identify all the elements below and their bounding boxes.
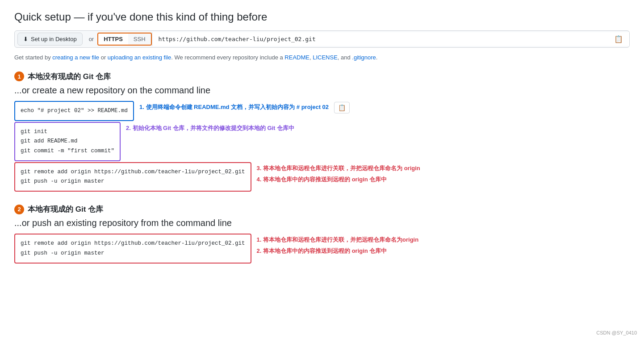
- annotation2: 2. 初始化本地 Git 仓库，并将文件的修改提交到本地的 Git 仓库中: [126, 124, 294, 133]
- annotation-group3: 3. 将本地仓库和远程仓库进行关联，并把远程仓库命名为 origin 4. 将本…: [257, 162, 420, 184]
- annotation-group2: 2. 初始化本地 Git 仓库，并将文件的修改提交到本地的 Git 仓库中: [126, 122, 294, 133]
- section1-code-row2: git init git add README.md git commit -m…: [14, 122, 630, 161]
- section2-header: 2 本地有现成的 Git 仓库: [14, 204, 630, 214]
- annotation1: 1. 使用终端命令创建 README.md 文档，并写入初始内容为 # proj…: [139, 103, 329, 112]
- section2-number: 2: [14, 205, 24, 214]
- section2-subtitle: ...or push an existing repository from t…: [14, 218, 630, 228]
- section2-annotation1: 1. 将本地仓库和远程仓库进行关联，并把远程仓库命名为origin: [257, 235, 419, 245]
- annotation3: 3. 将本地仓库和远程仓库进行关联，并把远程仓库命名为 origin: [257, 164, 420, 173]
- section1-number: 1: [14, 71, 24, 81]
- protocol-tabs: HTTPS SSH: [97, 33, 151, 46]
- section-existing-repo: 2 本地有现成的 Git 仓库 ...or push an existing r…: [14, 204, 630, 264]
- intro-before-link1: Get started by: [14, 54, 52, 61]
- intro-text: Get started by creating a new file or up…: [14, 53, 630, 63]
- copy-section1-button[interactable]: 📋: [334, 102, 350, 113]
- period: .: [376, 54, 378, 61]
- annotation-group1: 1. 使用终端命令创建 README.md 文档，并写入初始内容为 # proj…: [139, 101, 329, 112]
- page-title: Quick setup — if you've done this kind o…: [14, 11, 630, 23]
- upload-file-link[interactable]: uploading an existing file: [108, 54, 171, 61]
- license-link[interactable]: LICENSE: [313, 54, 338, 61]
- section2-code-row: git remote add origin https://github.com…: [14, 234, 630, 264]
- create-new-file-link[interactable]: creating a new file: [52, 54, 99, 61]
- section1-code-row3: git remote add origin https://github.com…: [14, 162, 630, 192]
- toolbar: ⬇ Set up in Desktop or HTTPS SSH https:/…: [14, 30, 630, 48]
- comma2: , and: [338, 54, 352, 61]
- tab-https[interactable]: HTTPS: [98, 33, 128, 45]
- toolbar-inner: ⬇ Set up in Desktop or HTTPS SSH https:/…: [15, 31, 629, 47]
- readme-link[interactable]: README: [284, 54, 309, 61]
- copy-url-button[interactable]: 📋: [610, 32, 627, 46]
- repo-url[interactable]: https://github.com/teacher-liu/project_0…: [154, 33, 610, 45]
- page-wrapper: Quick setup — if you've done this kind o…: [0, 0, 644, 339]
- code-block-init: git init git add README.md git commit -m…: [14, 122, 121, 161]
- setup-desktop-label: Set up in Desktop: [31, 36, 77, 42]
- section1-subtitle: ...or create a new repository on the com…: [14, 85, 630, 96]
- intro-after: . We recommend every repository include …: [171, 54, 284, 61]
- section1-header: 1 本地没有现成的 Git 仓库: [14, 71, 630, 82]
- annotation4: 4. 将本地仓库中的内容推送到远程的 origin 仓库中: [257, 175, 420, 184]
- code-block-push: git remote add origin https://github.com…: [14, 234, 251, 264]
- section2-title: 本地有现成的 Git 仓库: [28, 204, 103, 214]
- code-block-remote: git remote add origin https://github.com…: [14, 162, 251, 192]
- or-separator: or: [85, 36, 98, 42]
- watermark: CSDN @SY_0410: [596, 330, 637, 335]
- section-no-repo: 1 本地没有现成的 Git 仓库 ...or create a new repo…: [14, 71, 630, 192]
- intro-between: or: [99, 54, 108, 61]
- section1-title: 本地没有现成的 Git 仓库: [28, 71, 111, 82]
- gitignore-link[interactable]: .gitignore: [352, 54, 376, 61]
- section1-code-row1: echo "# project 02" >> README.md 1. 使用终端…: [14, 101, 630, 121]
- desktop-icon: ⬇: [23, 36, 28, 42]
- section2-annotation2: 2. 将本地仓库中的内容推送到远程的 origin 仓库中: [257, 247, 419, 256]
- section2-annotation-group: 1. 将本地仓库和远程仓库进行关联，并把远程仓库命名为origin 2. 将本地…: [257, 234, 419, 256]
- tab-ssh[interactable]: SSH: [128, 33, 151, 45]
- code-block-echo: echo "# project 02" >> README.md: [14, 101, 134, 121]
- url-section: https://github.com/teacher-liu/project_0…: [152, 32, 629, 46]
- setup-desktop-button[interactable]: ⬇ Set up in Desktop: [17, 33, 83, 46]
